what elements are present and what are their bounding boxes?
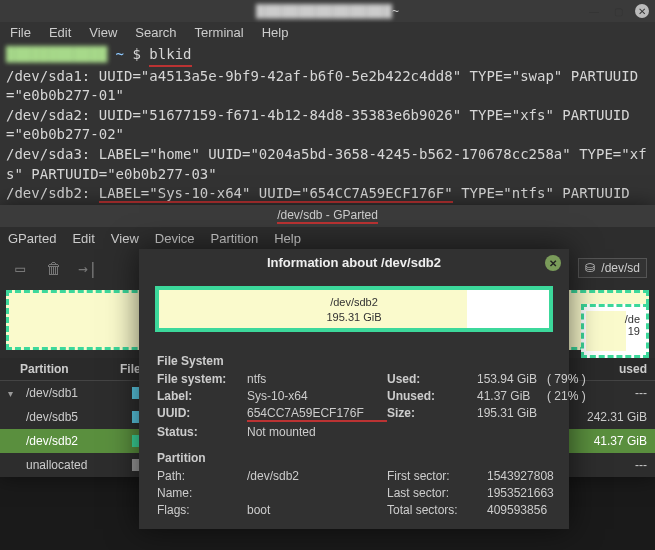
val-unused: 41.37 GiB [477, 389, 547, 403]
menu-terminal[interactable]: Terminal [195, 25, 244, 40]
menu-edit[interactable]: Edit [49, 25, 71, 40]
dialog-body: File System File system: ntfs Used: 153.… [139, 342, 569, 529]
partition-name: /dev/sdb1 [26, 386, 126, 400]
menu-view[interactable]: View [89, 25, 117, 40]
output-line: /dev/sda3: LABEL="home" UUID="0204a5bd-3… [6, 146, 647, 182]
apply-icon[interactable]: →| [76, 256, 100, 280]
output-line: /dev/sda1: UUID="a4513a5e-9bf9-42af-b6f0… [6, 68, 638, 104]
val-used-pct: ( 79% ) [547, 372, 597, 386]
lab-used: Used: [387, 372, 477, 386]
device-selector[interactable]: ⛁ /dev/sd [578, 258, 647, 278]
maximize-button[interactable] [611, 4, 625, 18]
delete-icon[interactable]: 🗑 [42, 256, 66, 280]
val-status: Not mounted [247, 425, 387, 439]
output-sdb2-highlighted: LABEL="Sys-10-x64" UUID="654CC7A59ECF176… [99, 185, 453, 203]
lab-label: Label: [157, 389, 247, 403]
lab-unused: Unused: [387, 389, 477, 403]
expand-icon: ▾ [8, 388, 20, 399]
terminal-body[interactable]: ████████████ ~ $ blkid /dev/sda1: UUID="… [0, 43, 655, 225]
prompt-symbol: $ [132, 46, 140, 62]
val-label: Sys-10-x64 [247, 389, 387, 403]
menu-view[interactable]: View [111, 231, 139, 246]
val-filesystem: ntfs [247, 372, 387, 386]
gparted-menubar: GParted Edit View Device Partition Help [0, 227, 655, 250]
terminal-title-suffix: ~ [392, 4, 399, 18]
partition-name: /dev/sdb5 [26, 410, 126, 424]
lab-total: Total sectors: [387, 503, 487, 517]
frag-dev: /de [625, 313, 640, 325]
viz-name: /dev/sdb2 [159, 295, 549, 310]
menu-partition[interactable]: Partition [211, 231, 259, 246]
menu-device[interactable]: Device [155, 231, 195, 246]
partition-name: unallocated [26, 458, 126, 472]
output-line-sdb2-prefix: /dev/sdb2: [6, 185, 99, 201]
minimize-button[interactable] [587, 4, 601, 18]
menu-edit[interactable]: Edit [72, 231, 94, 246]
val-name [247, 486, 387, 500]
partition-info-dialog: Information about /dev/sdb2 ✕ /dev/sdb2 … [139, 249, 569, 529]
menu-file[interactable]: File [10, 25, 31, 40]
val-uuid: 654CC7A59ECF176F [247, 406, 387, 422]
window-controls [587, 4, 649, 18]
frag-size: 19 [625, 325, 640, 337]
menu-help[interactable]: Help [274, 231, 301, 246]
command: blkid [149, 45, 191, 67]
dialog-title: Information about /dev/sdb2 ✕ [139, 249, 569, 276]
val-size: 195.31 GiB [477, 406, 547, 422]
disk-icon: ⛁ [585, 261, 595, 275]
output-line: /dev/sda2: UUID="51677159-f671-4b12-84d8… [6, 107, 630, 143]
partition-visual-label: /dev/sdb2 195.31 GiB [159, 295, 549, 326]
lab-status: Status: [157, 425, 247, 439]
disk-map-fragment: /de 19 [581, 304, 649, 358]
val-total: 409593856 [487, 503, 577, 517]
close-button[interactable] [635, 4, 649, 18]
fs-grid: File system: ntfs Used: 153.94 GiB ( 79%… [157, 372, 551, 439]
terminal-titlebar: ████████████████~ [0, 0, 655, 22]
val-last: 1953521663 [487, 486, 577, 500]
menu-gparted[interactable]: GParted [8, 231, 56, 246]
val-used: 153.94 GiB [477, 372, 547, 386]
col-partition[interactable]: Partition [20, 362, 120, 376]
gparted-title: /dev/sdb - GParted [277, 208, 378, 224]
partition-name: /dev/sdb2 [26, 434, 126, 448]
dialog-title-text: Information about /dev/sdb2 [267, 255, 441, 270]
lab-size: Size: [387, 406, 477, 422]
lab-name: Name: [157, 486, 247, 500]
new-partition-icon[interactable]: ▭ [8, 256, 32, 280]
fs-section-header: File System [157, 354, 551, 368]
viz-size: 195.31 GiB [159, 310, 549, 325]
gparted-titlebar: /dev/sdb - GParted [0, 205, 655, 227]
lab-last: Last sector: [387, 486, 487, 500]
lab-uuid: UUID: [157, 406, 247, 422]
val-flags: boot [247, 503, 387, 517]
lab-first: First sector: [387, 469, 487, 483]
menu-search[interactable]: Search [135, 25, 176, 40]
used-cell: --- [567, 458, 647, 472]
menu-help[interactable]: Help [262, 25, 289, 40]
partition-visual: /dev/sdb2 195.31 GiB [155, 286, 553, 332]
prompt-user: ████████████ [6, 46, 107, 62]
part-section-header: Partition [157, 451, 551, 465]
prompt-path: ~ [116, 46, 124, 62]
terminal-title: ████████████████ [256, 4, 392, 18]
terminal-menubar: File Edit View Search Terminal Help [0, 22, 655, 43]
lab-flags: Flags: [157, 503, 247, 517]
part-grid: Path: /dev/sdb2 First sector: 1543927808… [157, 469, 551, 517]
gparted-right-fragment: /de 19 [575, 300, 655, 362]
val-first: 1543927808 [487, 469, 577, 483]
device-selector-text: /dev/sd [601, 261, 640, 275]
val-path: /dev/sdb2 [247, 469, 387, 483]
val-unused-pct: ( 21% ) [547, 389, 597, 403]
lab-path: Path: [157, 469, 247, 483]
lab-filesystem: File system: [157, 372, 247, 386]
dialog-close-button[interactable]: ✕ [545, 255, 561, 271]
